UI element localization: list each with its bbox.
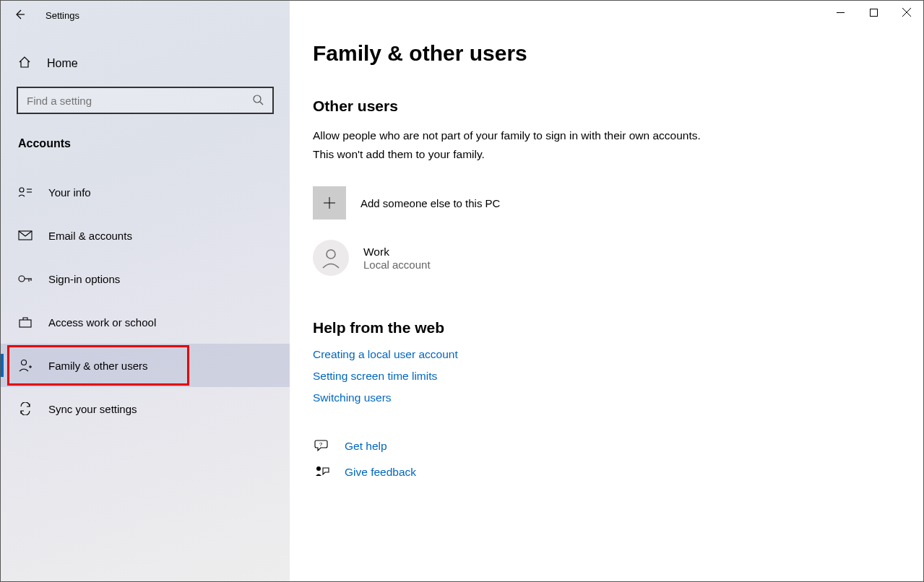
svg-point-21 <box>327 250 335 259</box>
nav-email-accounts[interactable]: Email & accounts <box>1 214 290 257</box>
other-users-heading: Other users <box>313 97 900 115</box>
section-title: Accounts <box>1 114 290 159</box>
nav-label: Sync your settings <box>48 403 137 415</box>
avatar-icon <box>313 240 349 276</box>
help-link-local-account[interactable]: Creating a local user account <box>313 348 900 361</box>
svg-point-3 <box>20 188 24 192</box>
nav-label: Your info <box>48 186 91 199</box>
svg-rect-16 <box>870 9 877 16</box>
account-type: Local account <box>363 259 431 271</box>
content: Family & other users Other users Allow p… <box>290 1 923 581</box>
plus-icon <box>313 186 346 220</box>
titlebar-left: Settings <box>1 1 290 30</box>
get-help-label: Get help <box>345 440 387 453</box>
home-icon <box>18 56 31 71</box>
help-link-screen-time[interactable]: Setting screen time limits <box>313 370 900 383</box>
help-chat-icon: ? <box>313 439 332 453</box>
home-label: Home <box>47 57 78 70</box>
feedback-icon <box>313 465 332 479</box>
window-controls <box>824 1 923 24</box>
person-card-icon <box>18 186 33 198</box>
help-heading: Help from the web <box>313 319 900 336</box>
get-help-button[interactable]: ? Get help <box>313 439 900 453</box>
nav-access-work-school[interactable]: Access work or school <box>1 300 290 344</box>
svg-point-7 <box>19 276 25 282</box>
nav-label: Family & other users <box>48 360 148 372</box>
maximize-button[interactable] <box>857 1 890 24</box>
sidebar: Settings Home Accounts Your info <box>1 1 290 581</box>
mail-icon <box>18 230 33 240</box>
home-button[interactable]: Home <box>1 40 290 87</box>
nav: Your info Email & accounts Sign-in optio… <box>1 170 290 430</box>
svg-text:?: ? <box>319 441 323 448</box>
give-feedback-label: Give feedback <box>345 466 416 479</box>
minimize-button[interactable] <box>824 1 857 24</box>
back-icon[interactable] <box>14 9 25 22</box>
svg-point-12 <box>22 360 27 365</box>
search-box[interactable] <box>17 87 274 114</box>
svg-point-1 <box>254 95 261 103</box>
search-icon <box>252 94 264 108</box>
briefcase-icon <box>18 316 33 328</box>
add-user-label: Add someone else to this PC <box>360 197 500 209</box>
svg-line-2 <box>260 102 263 105</box>
nav-sync-settings[interactable]: Sync your settings <box>1 387 290 430</box>
give-feedback-button[interactable]: Give feedback <box>313 465 900 479</box>
page-title: Family & other users <box>313 41 900 66</box>
user-account-row[interactable]: Work Local account <box>313 240 900 276</box>
other-users-description: Allow people who are not part of your fa… <box>313 126 717 163</box>
help-link-switching-users[interactable]: Switching users <box>313 391 900 404</box>
sync-icon <box>18 402 33 415</box>
account-name: Work <box>363 246 431 259</box>
nav-label: Access work or school <box>48 316 156 329</box>
key-icon <box>18 273 33 285</box>
nav-family-other-users[interactable]: Family & other users <box>1 344 290 387</box>
search-input[interactable] <box>27 95 252 107</box>
nav-label: Sign-in options <box>48 273 120 285</box>
nav-sign-in-options[interactable]: Sign-in options <box>1 257 290 300</box>
add-user-button[interactable]: Add someone else to this PC <box>313 186 900 220</box>
close-button[interactable] <box>890 1 923 24</box>
window-title: Settings <box>46 10 79 21</box>
nav-your-info[interactable]: Your info <box>1 170 290 214</box>
svg-point-23 <box>316 466 321 471</box>
svg-rect-11 <box>20 320 31 327</box>
family-icon <box>18 359 33 372</box>
nav-label: Email & accounts <box>48 230 132 242</box>
